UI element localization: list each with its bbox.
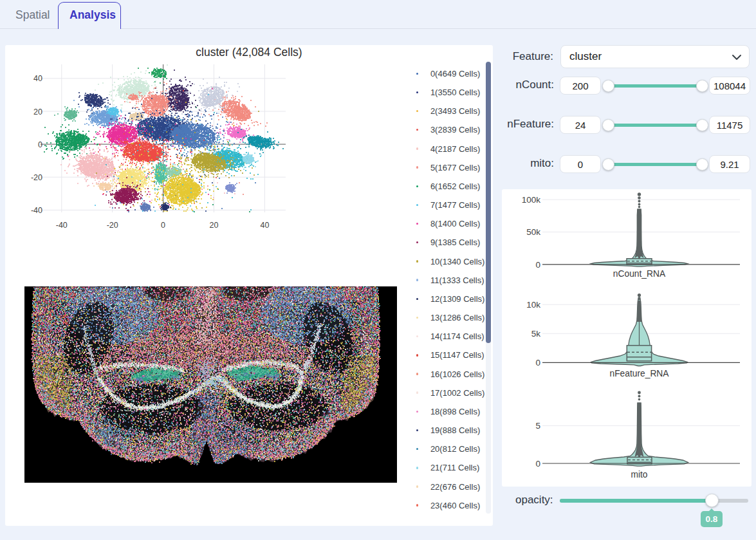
svg-text:100k: 100k [522, 195, 541, 205]
svg-text:5: 5 [535, 421, 540, 431]
svg-text:0: 0 [535, 358, 540, 368]
svg-text:10k: 10k [526, 300, 540, 310]
svg-text:20: 20 [210, 221, 219, 230]
svg-text:0: 0 [535, 459, 540, 469]
svg-text:50k: 50k [526, 227, 540, 237]
svg-text:5k: 5k [531, 329, 541, 339]
svg-text:40: 40 [260, 221, 269, 230]
svg-text:0: 0 [38, 140, 42, 149]
svg-text:mito: mito [631, 470, 647, 479]
svg-text:0: 0 [161, 221, 165, 230]
svg-text:nCount_RNA: nCount_RNA [613, 269, 666, 279]
svg-text:-40: -40 [31, 206, 42, 215]
svg-text:40: 40 [33, 74, 42, 83]
svg-text:20: 20 [33, 107, 42, 116]
svg-text:nFeature_RNA: nFeature_RNA [609, 369, 669, 378]
svg-text:0: 0 [535, 260, 540, 270]
svg-text:-40: -40 [56, 221, 68, 230]
svg-text:-20: -20 [31, 173, 42, 182]
svg-text:-20: -20 [107, 221, 118, 230]
